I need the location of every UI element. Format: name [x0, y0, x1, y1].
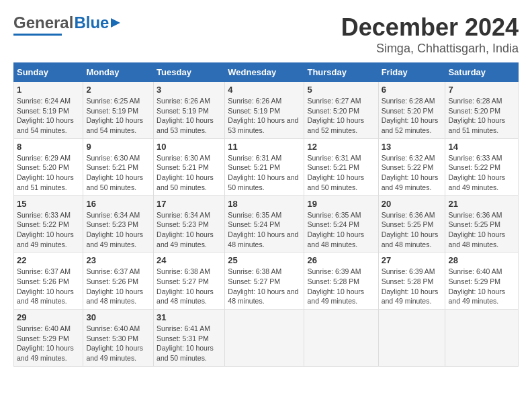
logo-general: General	[13, 13, 73, 32]
day-number: 22	[17, 255, 80, 265]
calendar-row: 8Sunrise: 6:29 AMSunset: 5:20 PMDaylight…	[14, 138, 519, 195]
calendar-table: Sunday Monday Tuesday Wednesday Thursday…	[13, 62, 519, 367]
logo-blue: Blue	[74, 13, 109, 32]
day-number: 7	[448, 85, 515, 95]
day-info: Sunrise: 6:36 AMSunset: 5:25 PMDaylight:…	[382, 211, 439, 248]
col-thursday: Thursday	[304, 63, 378, 82]
table-cell: 31Sunrise: 6:41 AMSunset: 5:31 PMDayligh…	[154, 310, 225, 367]
table-cell: 5Sunrise: 6:27 AMSunset: 5:20 PMDaylight…	[304, 82, 378, 139]
col-saturday: Saturday	[445, 63, 519, 82]
day-number: 26	[307, 255, 375, 265]
day-number: 5	[307, 85, 375, 95]
day-number: 13	[382, 142, 443, 152]
day-info: Sunrise: 6:34 AMSunset: 5:23 PMDaylight:…	[86, 211, 143, 248]
table-cell: 19Sunrise: 6:35 AMSunset: 5:24 PMDayligh…	[304, 195, 378, 253]
day-number: 17	[157, 199, 222, 209]
day-info: Sunrise: 6:29 AMSunset: 5:20 PMDaylight:…	[17, 154, 74, 191]
day-number: 8	[17, 142, 80, 152]
day-info: Sunrise: 6:33 AMSunset: 5:22 PMDaylight:…	[17, 211, 74, 248]
day-info: Sunrise: 6:26 AMSunset: 5:19 PMDaylight:…	[228, 97, 298, 134]
logo-underline	[13, 34, 62, 36]
table-cell: 16Sunrise: 6:34 AMSunset: 5:23 PMDayligh…	[83, 195, 154, 253]
day-info: Sunrise: 6:34 AMSunset: 5:23 PMDaylight:…	[157, 211, 214, 248]
day-number: 2	[86, 85, 150, 95]
table-cell: 9Sunrise: 6:30 AMSunset: 5:21 PMDaylight…	[83, 138, 154, 195]
table-cell: 24Sunrise: 6:38 AMSunset: 5:27 PMDayligh…	[154, 253, 225, 310]
table-cell: 27Sunrise: 6:39 AMSunset: 5:28 PMDayligh…	[378, 253, 445, 310]
day-info: Sunrise: 6:28 AMSunset: 5:20 PMDaylight:…	[448, 97, 505, 134]
day-number: 3	[157, 85, 222, 95]
day-number: 18	[228, 199, 301, 209]
title-block: December 2024 Simga, Chhattisgarh, India	[341, 13, 519, 56]
table-cell: 26Sunrise: 6:39 AMSunset: 5:28 PMDayligh…	[304, 253, 378, 310]
day-number: 24	[157, 255, 222, 265]
table-cell: 15Sunrise: 6:33 AMSunset: 5:22 PMDayligh…	[14, 195, 83, 253]
month-title: December 2024	[341, 13, 519, 42]
day-number: 4	[228, 85, 301, 95]
table-cell: 13Sunrise: 6:32 AMSunset: 5:22 PMDayligh…	[378, 138, 445, 195]
day-info: Sunrise: 6:40 AMSunset: 5:29 PMDaylight:…	[448, 267, 505, 305]
calendar-header-row: Sunday Monday Tuesday Wednesday Thursday…	[14, 63, 519, 82]
table-cell: 30Sunrise: 6:40 AMSunset: 5:30 PMDayligh…	[83, 310, 154, 367]
table-cell: 2Sunrise: 6:25 AMSunset: 5:19 PMDaylight…	[83, 82, 154, 139]
day-info: Sunrise: 6:33 AMSunset: 5:22 PMDaylight:…	[448, 154, 505, 191]
day-info: Sunrise: 6:31 AMSunset: 5:21 PMDaylight:…	[228, 154, 298, 191]
day-number: 11	[228, 142, 301, 152]
day-number: 15	[17, 199, 80, 209]
col-sunday: Sunday	[14, 63, 83, 82]
table-cell: 18Sunrise: 6:35 AMSunset: 5:24 PMDayligh…	[225, 195, 304, 253]
day-info: Sunrise: 6:32 AMSunset: 5:22 PMDaylight:…	[382, 154, 439, 191]
day-number: 28	[448, 255, 515, 265]
table-cell: 25Sunrise: 6:38 AMSunset: 5:27 PMDayligh…	[225, 253, 304, 310]
day-info: Sunrise: 6:39 AMSunset: 5:28 PMDaylight:…	[307, 267, 364, 305]
table-cell: 12Sunrise: 6:31 AMSunset: 5:21 PMDayligh…	[304, 138, 378, 195]
calendar-row: 15Sunrise: 6:33 AMSunset: 5:22 PMDayligh…	[14, 195, 519, 253]
table-cell: 23Sunrise: 6:37 AMSunset: 5:26 PMDayligh…	[83, 253, 154, 310]
day-info: Sunrise: 6:36 AMSunset: 5:25 PMDaylight:…	[448, 211, 505, 248]
col-tuesday: Tuesday	[154, 63, 225, 82]
calendar-row: 22Sunrise: 6:37 AMSunset: 5:26 PMDayligh…	[14, 253, 519, 310]
table-cell	[445, 310, 519, 367]
day-info: Sunrise: 6:38 AMSunset: 5:27 PMDaylight:…	[157, 267, 214, 305]
day-number: 12	[307, 142, 375, 152]
day-number: 10	[157, 142, 222, 152]
table-cell	[378, 310, 445, 367]
day-info: Sunrise: 6:25 AMSunset: 5:19 PMDaylight:…	[86, 97, 143, 134]
day-info: Sunrise: 6:41 AMSunset: 5:31 PMDaylight:…	[157, 324, 214, 362]
table-cell: 21Sunrise: 6:36 AMSunset: 5:25 PMDayligh…	[445, 195, 519, 253]
day-info: Sunrise: 6:38 AMSunset: 5:27 PMDaylight:…	[228, 267, 298, 305]
calendar-row: 29Sunrise: 6:40 AMSunset: 5:29 PMDayligh…	[14, 310, 519, 367]
day-info: Sunrise: 6:35 AMSunset: 5:24 PMDaylight:…	[228, 211, 298, 248]
day-info: Sunrise: 6:37 AMSunset: 5:26 PMDaylight:…	[86, 267, 143, 305]
table-cell: 14Sunrise: 6:33 AMSunset: 5:22 PMDayligh…	[445, 138, 519, 195]
day-info: Sunrise: 6:30 AMSunset: 5:21 PMDaylight:…	[86, 154, 143, 191]
day-number: 6	[382, 85, 443, 95]
table-cell: 22Sunrise: 6:37 AMSunset: 5:26 PMDayligh…	[14, 253, 83, 310]
day-number: 21	[448, 199, 515, 209]
day-number: 25	[228, 255, 301, 265]
day-info: Sunrise: 6:26 AMSunset: 5:19 PMDaylight:…	[157, 97, 214, 134]
day-info: Sunrise: 6:35 AMSunset: 5:24 PMDaylight:…	[307, 211, 364, 248]
calendar-row: 1Sunrise: 6:24 AMSunset: 5:19 PMDaylight…	[14, 82, 519, 139]
table-cell: 28Sunrise: 6:40 AMSunset: 5:29 PMDayligh…	[445, 253, 519, 310]
day-info: Sunrise: 6:40 AMSunset: 5:30 PMDaylight:…	[86, 324, 143, 362]
day-number: 29	[17, 312, 80, 322]
day-number: 30	[86, 312, 150, 322]
table-cell: 20Sunrise: 6:36 AMSunset: 5:25 PMDayligh…	[378, 195, 445, 253]
day-number: 14	[448, 142, 515, 152]
table-cell: 17Sunrise: 6:34 AMSunset: 5:23 PMDayligh…	[154, 195, 225, 253]
col-friday: Friday	[378, 63, 445, 82]
svg-marker-0	[111, 18, 120, 28]
day-info: Sunrise: 6:37 AMSunset: 5:26 PMDaylight:…	[17, 267, 74, 305]
day-info: Sunrise: 6:40 AMSunset: 5:29 PMDaylight:…	[17, 324, 74, 362]
day-info: Sunrise: 6:30 AMSunset: 5:21 PMDaylight:…	[157, 154, 214, 191]
day-info: Sunrise: 6:24 AMSunset: 5:19 PMDaylight:…	[17, 97, 74, 134]
table-cell: 29Sunrise: 6:40 AMSunset: 5:29 PMDayligh…	[14, 310, 83, 367]
day-number: 9	[86, 142, 150, 152]
page-header: General Blue December 2024 Simga, Chhatt…	[13, 13, 519, 56]
day-number: 23	[86, 255, 150, 265]
table-cell: 7Sunrise: 6:28 AMSunset: 5:20 PMDaylight…	[445, 82, 519, 139]
table-cell: 3Sunrise: 6:26 AMSunset: 5:19 PMDaylight…	[154, 82, 225, 139]
day-info: Sunrise: 6:28 AMSunset: 5:20 PMDaylight:…	[382, 97, 439, 134]
day-info: Sunrise: 6:39 AMSunset: 5:28 PMDaylight:…	[382, 267, 439, 305]
